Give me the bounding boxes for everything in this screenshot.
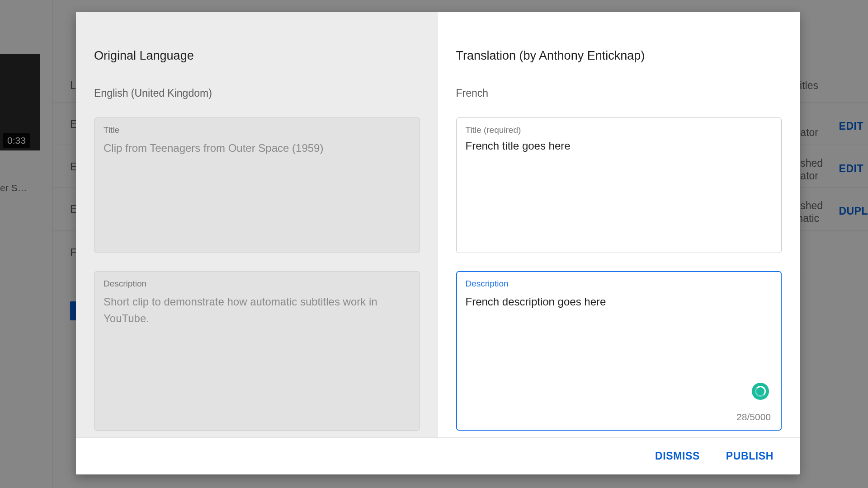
translation-pane: Translation (by Anthony Enticknap) Frenc… (438, 12, 800, 437)
original-title-field: Title Clip from Teenagers from Outer Spa… (94, 117, 420, 253)
original-description-field: Description Short clip to demonstrate ho… (94, 271, 420, 431)
translation-title-field[interactable]: Title (required) (456, 117, 782, 253)
original-description-value: Short clip to demonstrate how automatic … (104, 293, 410, 327)
loading-spinner-icon (752, 383, 769, 400)
translation-title-input[interactable] (466, 140, 773, 152)
original-title-value: Clip from Teenagers from Outer Space (19… (104, 140, 410, 156)
publish-button[interactable]: PUBLISH (718, 445, 782, 468)
translation-heading: Translation (by Anthony Enticknap) (456, 49, 782, 63)
original-language-pane: Original Language English (United Kingdo… (76, 12, 438, 437)
translation-title-label: Title (required) (466, 125, 773, 135)
dialog-footer: DISMISS PUBLISH (76, 437, 800, 474)
translation-description-label: Description (466, 279, 773, 289)
original-description-label: Description (104, 279, 410, 289)
translation-dialog: Original Language English (United Kingdo… (76, 12, 800, 474)
original-heading: Original Language (94, 49, 420, 63)
translation-description-input[interactable] (466, 293, 773, 384)
original-title-label: Title (104, 125, 410, 135)
dismiss-button[interactable]: DISMISS (647, 445, 708, 468)
translation-language-label: French (456, 87, 782, 99)
original-language-label: English (United Kingdom) (94, 87, 420, 99)
character-count: 28/5000 (736, 412, 771, 422)
dialog-body: Original Language English (United Kingdo… (76, 12, 800, 437)
translation-description-field[interactable]: Description 28/5000 (456, 271, 782, 431)
